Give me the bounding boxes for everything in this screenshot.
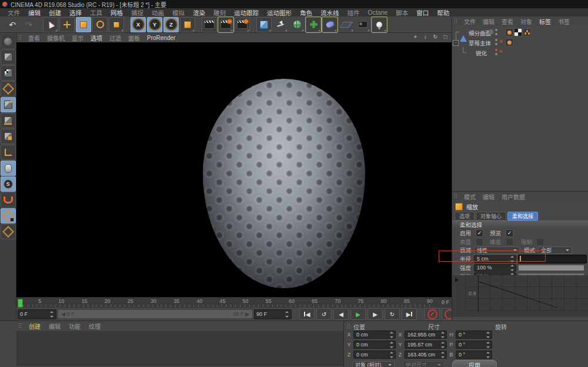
restrict-checkbox[interactable] bbox=[536, 238, 544, 246]
render-settings-button[interactable] bbox=[235, 17, 250, 32]
enable-checkbox[interactable]: ✓ bbox=[476, 229, 483, 237]
points-mode-button[interactable] bbox=[1, 97, 16, 112]
enable-snap-button[interactable]: S bbox=[1, 176, 16, 192]
viewport-solo-button[interactable] bbox=[1, 161, 16, 176]
vp-menu-filter[interactable]: 过滤 bbox=[106, 34, 125, 42]
tab-object-axis[interactable]: 对象轴心 bbox=[476, 212, 506, 221]
disabled-cross-icon[interactable]: × bbox=[499, 38, 503, 45]
enable-axis-button[interactable] bbox=[1, 145, 16, 160]
texture-tag-icon[interactable] bbox=[514, 28, 522, 36]
mode-dropdown[interactable]: 全部 bbox=[538, 246, 572, 254]
panel-grip-icon[interactable] bbox=[18, 35, 22, 40]
modeling-objects-button[interactable] bbox=[306, 17, 321, 32]
edges-mode-button[interactable] bbox=[1, 113, 16, 128]
vp-menu-prorender[interactable]: ProRender bbox=[143, 35, 179, 41]
menu-simulate[interactable]: 模拟 bbox=[168, 8, 189, 17]
mat-menu-edit[interactable]: 编辑 bbox=[45, 322, 65, 331]
environment-button[interactable] bbox=[339, 17, 354, 32]
loop-mode-button[interactable]: ↻ bbox=[385, 308, 400, 320]
om-menu-objects[interactable]: 对象 bbox=[517, 17, 536, 26]
play-button[interactable]: ▶ bbox=[350, 308, 366, 320]
texture-mode-button[interactable] bbox=[1, 65, 16, 81]
maximize-view-icon[interactable]: □ bbox=[442, 34, 449, 40]
add-primitive-button[interactable] bbox=[256, 17, 272, 32]
selection-tag-icon[interactable] bbox=[523, 28, 531, 36]
menu-snap[interactable]: 捕捉 bbox=[127, 8, 148, 17]
falloff-curve-editor[interactable]: 0.8 bbox=[452, 275, 588, 317]
collapse-icon[interactable]: - bbox=[453, 40, 459, 46]
menu-select[interactable]: 选择 bbox=[65, 8, 86, 17]
render-view-button[interactable] bbox=[202, 17, 217, 32]
om-menu-file[interactable]: 文件 bbox=[460, 17, 479, 26]
visibility-dots[interactable] bbox=[495, 49, 497, 55]
surface-checkbox[interactable] bbox=[476, 238, 483, 246]
size-z-input[interactable]: 163.405 cm bbox=[405, 351, 447, 359]
menu-plugins[interactable]: 插件 bbox=[343, 8, 364, 17]
menu-tools[interactable]: 工具 bbox=[86, 8, 106, 17]
object-name[interactable]: 草莓主体 bbox=[469, 39, 491, 47]
workplane-mode-button[interactable] bbox=[1, 81, 16, 96]
scale-tool-button[interactable] bbox=[76, 17, 91, 32]
menu-window[interactable]: 窗口 bbox=[412, 8, 433, 17]
workplane-snap-button[interactable] bbox=[1, 224, 16, 239]
previous-frame-button[interactable]: ◀ bbox=[333, 308, 349, 320]
end-frame-spinner[interactable]: 90 F bbox=[254, 309, 292, 319]
viewport-canvas[interactable] bbox=[16, 42, 452, 297]
menu-animate[interactable]: 动画 bbox=[148, 8, 168, 17]
pos-z-input[interactable]: 0 cm bbox=[353, 351, 396, 359]
spinner-arrows-icon[interactable] bbox=[285, 311, 289, 318]
lock-workplane-button[interactable] bbox=[1, 208, 16, 223]
vp-menu-cameras[interactable]: 摄像机 bbox=[44, 34, 68, 42]
camera-button[interactable] bbox=[355, 17, 370, 32]
radius-text-input[interactable] bbox=[518, 255, 587, 263]
object-row-sharpen[interactable]: 锐化 × bbox=[452, 47, 588, 57]
lock-x-button[interactable]: X bbox=[131, 17, 146, 32]
make-editable-button[interactable] bbox=[1, 34, 16, 49]
expand-arrow-icon[interactable] bbox=[455, 278, 461, 282]
object-row-strawberry[interactable]: - 草莓主体 × bbox=[452, 37, 588, 47]
go-to-end-button[interactable]: ▶ bbox=[402, 308, 417, 320]
material-list-area[interactable] bbox=[16, 331, 343, 366]
menu-edit[interactable]: 编辑 bbox=[24, 8, 45, 17]
magnet-snap-button[interactable] bbox=[1, 192, 16, 208]
play-reverse-loop-button[interactable]: ↺ bbox=[316, 308, 332, 320]
size-x-input[interactable]: 162.955 cm bbox=[405, 331, 447, 339]
vp-menu-panel[interactable]: 面板 bbox=[125, 34, 143, 42]
pan-view-icon[interactable]: + bbox=[412, 34, 419, 40]
model-mode-button[interactable] bbox=[1, 49, 16, 65]
menu-mesh[interactable]: 网格 bbox=[106, 8, 127, 17]
strength-slider[interactable] bbox=[518, 265, 584, 271]
polygons-mode-button[interactable] bbox=[1, 129, 16, 144]
panel-grip-icon[interactable] bbox=[454, 193, 457, 199]
size-mode-dropdown[interactable]: 绝对尺寸 bbox=[403, 361, 444, 367]
menu-motion-tracker[interactable]: 运动跟踪 bbox=[230, 8, 263, 17]
rotate-tool-button[interactable] bbox=[92, 17, 108, 32]
frame-range-slider[interactable]: ◀ 0 F 90 F ▶ bbox=[58, 310, 252, 318]
menu-sculpt[interactable]: 雕刻 bbox=[209, 8, 230, 17]
falloff-dropdown[interactable]: 线性 bbox=[474, 246, 520, 254]
current-frame-spinner[interactable]: 0 F bbox=[18, 309, 56, 319]
menu-help[interactable]: 帮助 bbox=[433, 8, 453, 17]
vp-menu-view[interactable]: 查看 bbox=[25, 34, 44, 42]
mat-menu-texture[interactable]: 纹理 bbox=[85, 322, 105, 331]
menu-script[interactable]: 脚本 bbox=[392, 8, 412, 17]
deformers-button[interactable] bbox=[322, 17, 338, 32]
zoom-view-icon[interactable]: ↕ bbox=[422, 34, 429, 40]
phong-tag-icon[interactable] bbox=[505, 28, 513, 36]
object-name[interactable]: 锐化 bbox=[476, 49, 487, 57]
menu-octane[interactable]: Octane bbox=[364, 9, 392, 16]
menu-character[interactable]: 角色 bbox=[296, 8, 316, 17]
am-menu-userdata[interactable]: 用户数据 bbox=[498, 192, 529, 201]
timeline-ruler[interactable]: 0 5 10 15 20 25 30 35 40 45 50 55 60 65 … bbox=[16, 297, 452, 308]
phong-tag-icon[interactable] bbox=[505, 38, 513, 46]
radius-spinner[interactable]: 5 cm bbox=[474, 255, 516, 263]
panel-grip-icon[interactable] bbox=[347, 323, 350, 329]
rot-p-input[interactable]: 0 ° bbox=[456, 341, 492, 349]
tab-options[interactable]: 选项 bbox=[455, 212, 475, 221]
size-y-input[interactable]: 195.67 cm bbox=[405, 341, 447, 349]
generators-button[interactable] bbox=[289, 17, 305, 32]
rotate-view-icon[interactable]: ↻ bbox=[432, 34, 439, 40]
record-keyframe-button[interactable] bbox=[425, 308, 440, 320]
mat-menu-create[interactable]: 创建 bbox=[25, 322, 45, 331]
tab-soft-selection[interactable]: 柔和选择 bbox=[507, 212, 538, 221]
